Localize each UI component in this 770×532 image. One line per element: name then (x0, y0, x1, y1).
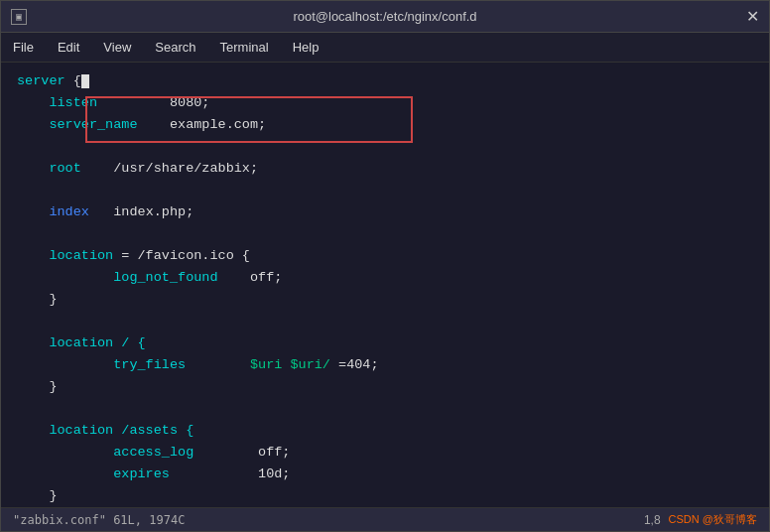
code-token: example.com; (170, 114, 266, 136)
window-title: root@localhost:/etc/nginx/conf.d (293, 9, 476, 24)
code-token: try_files (113, 354, 250, 376)
status-bar: "zabbix.conf" 61L, 1974C 1,8 CSDN @狄哥博客 (1, 507, 769, 531)
code-token: location (17, 245, 113, 267)
code-line: } (17, 485, 753, 507)
code-line: } (17, 376, 753, 398)
code-token: =404; (330, 354, 379, 376)
code-token (17, 267, 113, 289)
code-token: /usr/share/zabbix; (113, 158, 258, 180)
status-file-info: "zabbix.conf" 61L, 1974C (13, 513, 185, 527)
title-bar: ▣ root@localhost:/etc/nginx/conf.d ✕ (1, 1, 769, 33)
code-token: off; (193, 442, 290, 464)
code-token: $uri $uri/ (250, 354, 330, 376)
code-token: } (17, 376, 58, 398)
title-bar-left: ▣ (11, 9, 27, 25)
code-token: } (17, 485, 58, 507)
code-line: log_not_found off; (17, 267, 753, 289)
code-line (17, 398, 753, 420)
editor-area[interactable]: server { listen 8080; server_name exampl… (1, 63, 769, 507)
code-token: location / { (17, 332, 146, 354)
code-token: 10d; (170, 464, 291, 485)
status-position: 1,8 (644, 513, 661, 527)
code-token: { (73, 70, 81, 92)
code-content: server { listen 8080; server_name exampl… (1, 70, 769, 507)
code-line: expires 10d; (17, 464, 753, 485)
code-line: server_name example.com; (17, 114, 753, 136)
menu-view[interactable]: View (99, 38, 135, 57)
code-token: index.php; (89, 201, 193, 223)
code-token: } (17, 289, 58, 311)
code-token (17, 442, 113, 464)
code-token: listen (17, 92, 170, 114)
code-token: log_not_found (113, 267, 217, 289)
menu-file[interactable]: File (9, 38, 38, 57)
code-token: server (17, 70, 73, 92)
code-line: location / { (17, 332, 753, 354)
code-line: root /usr/share/zabbix; (17, 158, 753, 180)
code-line: listen 8080; (17, 92, 753, 114)
menu-edit[interactable]: Edit (54, 38, 83, 57)
cursor (81, 74, 89, 88)
menu-help[interactable]: Help (289, 38, 323, 57)
code-token: location /assets { (17, 420, 193, 442)
window-icon: ▣ (11, 9, 27, 25)
code-line (17, 311, 753, 332)
watermark: CSDN @狄哥博客 (669, 512, 757, 527)
code-token: 8080; (170, 92, 210, 114)
code-line (17, 136, 753, 158)
code-token (17, 464, 113, 485)
status-right: 1,8 CSDN @狄哥博客 (644, 512, 757, 527)
code-token (17, 354, 113, 376)
code-token: root (17, 158, 113, 180)
code-line (17, 180, 753, 201)
menu-bar: File Edit View Search Terminal Help (1, 33, 769, 63)
code-token: index (17, 201, 89, 223)
code-token: server_name (17, 114, 170, 136)
code-line: try_files $uri $uri/ =404; (17, 354, 753, 376)
code-line: index index.php; (17, 201, 753, 223)
code-token: expires (113, 464, 170, 485)
code-line: location = /favicon.ico { (17, 245, 753, 267)
code-line: location /assets { (17, 420, 753, 442)
code-token: off; (218, 267, 283, 289)
code-line: } (17, 289, 753, 311)
code-line: access_log off; (17, 442, 753, 464)
menu-terminal[interactable]: Terminal (216, 38, 273, 57)
code-token: access_log (113, 442, 193, 464)
code-line (17, 223, 753, 245)
close-button[interactable]: ✕ (746, 7, 759, 26)
code-token: = /favicon.ico { (113, 245, 250, 267)
code-line: server { (17, 70, 753, 92)
terminal-window: ▣ root@localhost:/etc/nginx/conf.d ✕ Fil… (0, 0, 770, 532)
menu-search[interactable]: Search (151, 38, 199, 57)
